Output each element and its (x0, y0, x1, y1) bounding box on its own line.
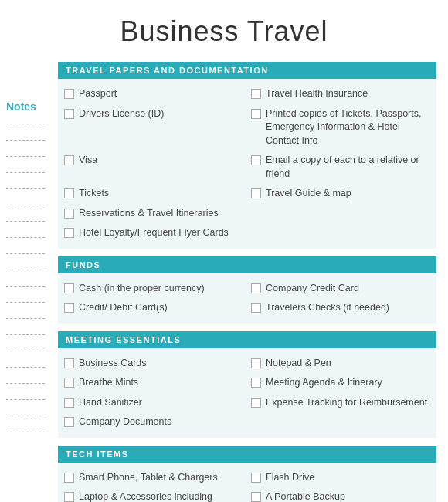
item-label: Company Documents (79, 416, 171, 429)
checkbox-icon[interactable] (251, 492, 261, 502)
checkbox-icon[interactable] (64, 228, 74, 238)
checkbox-icon[interactable] (64, 398, 74, 408)
item-label: Drivers License (ID) (79, 107, 164, 121)
list-item[interactable]: Credit/ Debit Card(s) (64, 299, 243, 317)
notes-line (6, 318, 45, 319)
checkbox-icon[interactable] (251, 303, 261, 313)
list-item[interactable]: Passport (64, 85, 243, 103)
item-label: Notepad & Pen (266, 357, 331, 371)
item-label: Business Cards (79, 357, 147, 371)
list-item[interactable]: Business Cards (64, 354, 243, 373)
section-header-tech-items: TECH ITEMS (58, 446, 436, 463)
section-body-tech-items: Smart Phone, Tablet & ChargersFlash Driv… (58, 463, 436, 503)
notes-line (6, 399, 45, 400)
list-item[interactable]: Email a copy of each to a relative or fr… (251, 151, 430, 183)
item-label: Travel Health Insurance (266, 87, 368, 101)
notes-line (6, 156, 45, 157)
list-item[interactable]: Travel Health Insurance (251, 85, 430, 103)
notes-line (6, 432, 45, 432)
checkbox-icon[interactable] (251, 398, 261, 408)
notes-line (6, 253, 45, 254)
page: Business Travel Notes TRAVEL P (0, 0, 448, 502)
list-item[interactable]: Company Credit Card (251, 280, 430, 298)
checkbox-icon[interactable] (251, 378, 261, 388)
list-item[interactable]: Laptop & Accessories including Charger (64, 488, 243, 502)
checkbox-icon[interactable] (251, 188, 261, 198)
checkbox-icon[interactable] (64, 188, 74, 198)
section-header-travel-papers: TRAVEL PAPERS AND DOCUMENTATION (58, 62, 436, 79)
item-label: Credit/ Debit Card(s) (79, 301, 168, 315)
checkbox-icon[interactable] (64, 155, 74, 165)
list-item[interactable]: Notepad & Pen (251, 354, 430, 373)
list-item[interactable]: Meeting Agenda & Itinerary (251, 374, 430, 392)
section-funds: FUNDSCash (in the proper currency)Compan… (58, 256, 436, 324)
item-label: A Portable Backup (266, 490, 345, 502)
list-item[interactable]: Smart Phone, Tablet & Chargers (64, 469, 243, 487)
item-label: Passport (79, 87, 117, 101)
item-label: Breathe Mints (79, 376, 138, 390)
item-label: Hand Sanitizer (79, 396, 142, 410)
checkbox-icon[interactable] (251, 109, 261, 119)
notes-line (6, 367, 45, 368)
section-header-funds: FUNDS (58, 256, 436, 273)
item-label: Company Credit Card (266, 282, 359, 296)
section-meeting-essentials: MEETING ESSENTIALSBusiness CardsNotepad … (58, 331, 436, 438)
notes-line (6, 334, 45, 335)
notes-line (6, 188, 45, 189)
checklist-grid-tech-items: Smart Phone, Tablet & ChargersFlash Driv… (64, 469, 430, 503)
checklist-grid-meeting-essentials: Business CardsNotepad & PenBreathe Mints… (64, 354, 430, 432)
list-item[interactable]: Cash (in the proper currency) (64, 280, 243, 298)
notes-lines (6, 119, 53, 432)
notes-column: Notes (6, 100, 53, 432)
checkbox-icon[interactable] (64, 209, 74, 219)
list-item[interactable]: Drivers License (ID) (64, 105, 243, 151)
list-item[interactable]: Reservations & Travel Itineraries (64, 205, 243, 223)
item-label: Visa (79, 154, 97, 168)
item-label: Travel Guide & map (266, 187, 351, 201)
item-label: Flash Drive (266, 471, 314, 485)
list-item[interactable]: Tickets (64, 185, 243, 203)
list-item[interactable]: Expense Tracking for Reimbursement (251, 394, 430, 412)
checkbox-icon[interactable] (251, 283, 261, 293)
checkbox-icon[interactable] (64, 473, 74, 483)
list-item[interactable]: Visa (64, 151, 243, 183)
item-label: Cash (in the proper currency) (79, 282, 205, 296)
notes-line (6, 270, 45, 270)
checkbox-icon[interactable] (64, 89, 74, 99)
checkbox-icon[interactable] (64, 109, 74, 119)
item-label: Meeting Agenda & Itinerary (266, 376, 382, 390)
list-item[interactable]: Breathe Mints (64, 374, 243, 392)
page-title: Business Travel (0, 15, 448, 48)
checkbox-icon[interactable] (64, 303, 74, 313)
checkbox-icon[interactable] (251, 473, 261, 483)
list-item[interactable]: Hotel Loyalty/Frequent Flyer Cards (64, 224, 243, 243)
main-content: TRAVEL PAPERS AND DOCUMENTATIONPassportT… (58, 62, 436, 502)
list-item[interactable]: Flash Drive (251, 469, 430, 487)
item-label: Travelers Checks (if needed) (266, 301, 389, 315)
section-body-meeting-essentials: Business CardsNotepad & PenBreathe Mints… (58, 348, 436, 438)
checkbox-icon[interactable] (64, 358, 74, 368)
notes-line (6, 416, 45, 416)
notes-line (6, 124, 45, 124)
checkbox-icon[interactable] (64, 492, 74, 502)
checkbox-icon[interactable] (64, 417, 74, 427)
list-item[interactable]: Hand Sanitizer (64, 394, 243, 412)
notes-line (6, 205, 45, 205)
notes-line (6, 286, 45, 287)
item-label: Laptop & Accessories including Charger (79, 490, 243, 502)
checkbox-icon[interactable] (251, 358, 261, 368)
checkbox-icon[interactable] (64, 283, 74, 293)
checkbox-icon[interactable] (64, 378, 74, 388)
item-label: Tickets (79, 187, 109, 201)
checkbox-icon[interactable] (251, 155, 261, 165)
checkbox-icon[interactable] (251, 89, 261, 99)
list-item[interactable]: Travelers Checks (if needed) (251, 299, 430, 317)
item-label: Expense Tracking for Reimbursement (266, 396, 427, 410)
list-item[interactable]: A Portable Backup (251, 488, 430, 502)
empty-cell (251, 224, 430, 243)
list-item[interactable]: Travel Guide & map (251, 185, 430, 203)
section-body-travel-papers: PassportTravel Health InsuranceDrivers L… (58, 79, 436, 249)
list-item[interactable]: Printed copies of Tickets, Passports, Em… (251, 105, 430, 151)
list-item[interactable]: Company Documents (64, 413, 243, 432)
section-header-meeting-essentials: MEETING ESSENTIALS (58, 331, 436, 348)
